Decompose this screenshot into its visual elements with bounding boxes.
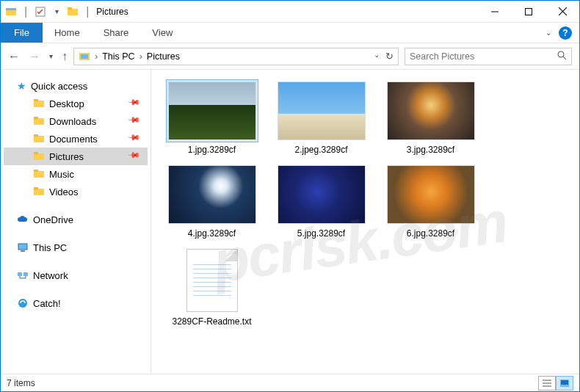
sidebar-item-network[interactable]: Network <box>4 266 148 284</box>
sidebar-item-pictures[interactable]: Pictures📌 <box>4 148 148 165</box>
breadcrumb[interactable]: Pictures <box>147 51 180 62</box>
file-item-image[interactable]: 4.jpg.3289cf <box>166 164 258 239</box>
star-icon: ★ <box>17 80 26 92</box>
file-name: 5.jpg.3289cf <box>297 228 345 239</box>
chevron-right-icon[interactable]: › <box>139 51 142 62</box>
catch-icon <box>17 297 29 309</box>
image-thumbnail <box>278 81 366 140</box>
history-dropdown-icon[interactable]: ▾ <box>49 52 53 60</box>
network-icon <box>17 269 29 281</box>
pictures-small-icon <box>79 51 90 62</box>
details-view-button[interactable] <box>538 376 556 391</box>
sidebar-item-music[interactable]: Music <box>4 165 148 183</box>
tab-home[interactable]: Home <box>43 23 92 43</box>
pin-icon: 📌 <box>127 148 144 164</box>
file-item-image[interactable]: 2.jpeg.3289cf <box>275 80 367 155</box>
search-icon[interactable] <box>557 50 567 62</box>
cloud-icon <box>17 214 29 225</box>
svg-rect-16 <box>34 117 38 119</box>
sidebar-item-label: Desktop <box>49 98 84 109</box>
refresh-icon[interactable]: ↻ <box>385 51 394 62</box>
folder-icon <box>33 98 45 109</box>
chevron-right-icon[interactable]: › <box>95 51 98 62</box>
pin-icon: 📌 <box>127 130 144 147</box>
svg-rect-20 <box>34 152 38 154</box>
svg-rect-13 <box>34 101 44 107</box>
svg-rect-1 <box>6 8 16 10</box>
folder-icon <box>33 115 45 127</box>
address-history-icon[interactable]: ⌄ <box>374 51 380 62</box>
body: ★ Quick access Desktop📌Downloads📌Documen… <box>1 70 579 373</box>
folder-icon <box>33 186 45 197</box>
sidebar-item-videos[interactable]: Videos <box>4 183 148 200</box>
properties-icon[interactable] <box>35 6 46 18</box>
sidebar-item-catch[interactable]: Catch! <box>4 294 148 312</box>
file-name: 3.jpg.3289cf <box>407 145 454 155</box>
pc-icon <box>17 242 29 253</box>
explorer-icon <box>5 6 17 18</box>
forward-button[interactable]: → <box>29 50 40 63</box>
file-item-image[interactable]: 6.jpg.3289cf <box>385 164 476 239</box>
svg-line-12 <box>563 57 566 59</box>
separator: | <box>24 5 27 18</box>
breadcrumb[interactable]: This PC <box>102 51 134 62</box>
title-bar: | ▾ | Pictures <box>1 1 579 23</box>
sidebar-item-label: Videos <box>49 186 79 197</box>
file-name: 2.jpeg.3289cf <box>294 145 347 155</box>
svg-rect-15 <box>34 118 44 125</box>
qat: | ▾ | Pictures <box>1 5 128 18</box>
up-button[interactable]: ↑ <box>62 50 68 63</box>
image-thumbnail <box>168 165 256 224</box>
svg-rect-27 <box>18 272 22 276</box>
file-item-image[interactable]: 1.jpg.3289cf <box>166 80 258 155</box>
file-item-image[interactable]: 3.jpg.3289cf <box>385 80 476 155</box>
qat-menu-icon[interactable]: ▾ <box>51 6 62 18</box>
back-button[interactable]: ← <box>8 50 20 63</box>
address-bar[interactable]: › This PC › Pictures ⌄ ↻ <box>73 48 399 65</box>
search-input[interactable]: Search Pictures <box>405 48 572 65</box>
svg-rect-22 <box>34 170 38 172</box>
sidebar-item-quick-access[interactable]: ★ Quick access <box>4 77 148 95</box>
sidebar-item-onedrive[interactable]: OneDrive <box>4 211 148 228</box>
sidebar-item-label: Documents <box>49 134 98 145</box>
sidebar-item-label: Network <box>33 270 68 281</box>
close-button[interactable] <box>545 1 579 23</box>
file-item-text[interactable]: 3289CF-Readme.txt <box>166 247 258 327</box>
expand-ribbon-icon[interactable]: ⌄ <box>545 29 551 37</box>
svg-rect-19 <box>34 153 44 160</box>
file-list[interactable]: 1.jpg.3289cf2.jpeg.3289cf3.jpg.3289cf4.j… <box>151 70 579 373</box>
icons-view-button[interactable] <box>556 376 573 391</box>
folder-icon <box>33 133 45 145</box>
navigation-pane[interactable]: ★ Quick access Desktop📌Downloads📌Documen… <box>1 70 151 373</box>
maximize-button[interactable] <box>512 1 545 23</box>
window-controls <box>478 1 579 23</box>
sidebar-item-documents[interactable]: Documents📌 <box>4 130 148 148</box>
svg-rect-3 <box>68 9 78 15</box>
item-count: 7 items <box>7 378 35 388</box>
nav-row: ← → ▾ ↑ › This PC › Pictures ⌄ ↻ Search … <box>1 43 579 70</box>
file-tab[interactable]: File <box>1 23 43 43</box>
tab-share[interactable]: Share <box>92 23 141 43</box>
svg-rect-23 <box>34 189 44 195</box>
sidebar-item-label: OneDrive <box>33 214 73 225</box>
file-item-image[interactable]: 5.jpg.3289cf <box>275 164 367 239</box>
sidebar-item-desktop[interactable]: Desktop📌 <box>4 95 148 112</box>
tab-view[interactable]: View <box>140 23 184 43</box>
file-name: 3289CF-Readme.txt <box>172 316 251 327</box>
sidebar-item-downloads[interactable]: Downloads📌 <box>4 112 148 130</box>
pin-icon: 📌 <box>127 95 144 112</box>
view-toggle <box>538 376 573 391</box>
pin-icon: 📌 <box>127 112 144 129</box>
image-thumbnail <box>387 81 475 140</box>
svg-point-11 <box>558 51 564 57</box>
svg-rect-10 <box>81 54 88 59</box>
separator: | <box>86 5 89 18</box>
folder-icon <box>67 6 79 18</box>
svg-rect-4 <box>68 7 72 10</box>
sidebar-item-this-pc[interactable]: This PC <box>4 239 148 256</box>
minimize-button[interactable] <box>478 1 512 23</box>
svg-rect-24 <box>34 187 38 189</box>
help-icon[interactable]: ? <box>559 26 572 40</box>
svg-rect-37 <box>561 380 568 385</box>
svg-rect-14 <box>34 99 38 101</box>
